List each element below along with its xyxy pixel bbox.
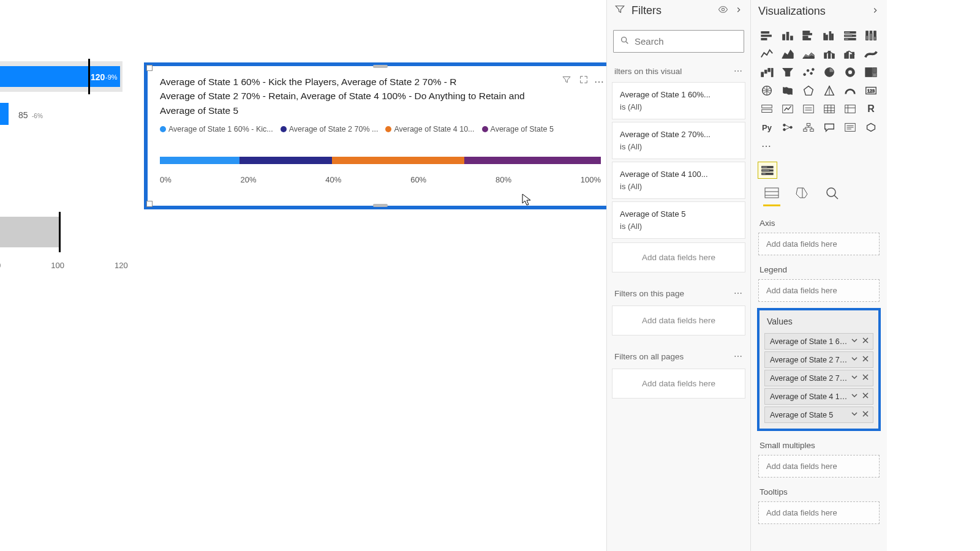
value-field-pill[interactable]: Average of State 5 bbox=[764, 407, 873, 423]
viz-key-influencers-icon[interactable] bbox=[779, 119, 796, 135]
filter-card[interactable]: Average of State 5 is (All) bbox=[612, 201, 745, 239]
axis-dropzone[interactable]: Add data fields here bbox=[758, 233, 880, 255]
svg-rect-48 bbox=[873, 73, 876, 77]
filters-visual-dropzone[interactable]: Add data fields here bbox=[612, 242, 745, 272]
value-field-pill[interactable]: Average of State 2 70% bbox=[764, 370, 873, 386]
viz-more-icon[interactable]: ⋯ bbox=[758, 138, 775, 154]
remove-field-icon[interactable] bbox=[862, 373, 869, 383]
chevron-down-icon[interactable] bbox=[851, 373, 858, 383]
cursor-icon bbox=[522, 193, 532, 208]
svg-point-0 bbox=[722, 8, 724, 10]
viz-donut-icon[interactable] bbox=[842, 64, 859, 80]
tooltips-dropzone[interactable]: Add data fields here bbox=[758, 501, 880, 524]
filters-all-dropzone[interactable]: Add data fields here bbox=[612, 369, 745, 399]
viz-scatter-icon[interactable] bbox=[800, 64, 817, 80]
bg-bar-3 bbox=[0, 217, 60, 247]
remove-field-icon[interactable] bbox=[862, 337, 869, 346]
viz-stacked-column-icon[interactable] bbox=[779, 28, 796, 43]
collapse-pane-icon[interactable] bbox=[734, 4, 743, 17]
chevron-down-icon[interactable] bbox=[851, 337, 858, 346]
bg-axis: 0 100 120 bbox=[0, 261, 128, 270]
bg-bar-1-value: 120 bbox=[91, 72, 105, 82]
x-tick: 20% bbox=[241, 175, 257, 184]
viz-area-icon[interactable] bbox=[779, 46, 796, 62]
svg-rect-47 bbox=[873, 68, 876, 73]
section-more-icon[interactable]: ⋯ bbox=[734, 288, 743, 298]
visual-more-icon[interactable]: ⋯ bbox=[594, 76, 605, 88]
viz-python-icon[interactable]: Py bbox=[758, 119, 775, 135]
viz-qa-icon[interactable] bbox=[821, 119, 838, 135]
svg-point-60 bbox=[790, 126, 793, 129]
viz-decomposition-tree-icon[interactable] bbox=[800, 119, 817, 135]
value-field-pill[interactable]: Average of State 4 100% bbox=[764, 388, 873, 405]
collapse-viz-pane-icon[interactable] bbox=[871, 5, 880, 18]
viz-ribbon-icon[interactable] bbox=[862, 46, 880, 62]
viz-map-icon[interactable] bbox=[758, 83, 775, 99]
legend-dot bbox=[281, 126, 287, 132]
viz-stacked-area-icon[interactable] bbox=[800, 46, 817, 62]
viz-selected-100-stacked-bar-icon[interactable] bbox=[758, 162, 777, 178]
analytics-tab-icon[interactable] bbox=[824, 186, 842, 206]
viz-slicer-icon[interactable] bbox=[800, 101, 817, 117]
remove-field-icon[interactable] bbox=[862, 392, 869, 401]
filter-card[interactable]: Average of State 4 100... is (All) bbox=[612, 162, 745, 199]
chevron-down-icon[interactable] bbox=[851, 410, 858, 419]
filters-search[interactable] bbox=[613, 30, 744, 53]
viz-smart-narrative-icon[interactable] bbox=[842, 119, 859, 135]
viz-pie-icon[interactable] bbox=[821, 64, 838, 80]
viz-r-script-icon[interactable]: R bbox=[862, 101, 880, 117]
resize-handle-bottom[interactable] bbox=[373, 204, 388, 207]
fields-tab-icon[interactable] bbox=[763, 186, 780, 206]
svg-rect-36 bbox=[764, 70, 767, 73]
viz-line-clustered-column-icon[interactable] bbox=[842, 46, 859, 62]
resize-handle-bl[interactable] bbox=[146, 201, 153, 207]
filters-page-dropzone[interactable]: Add data fields here bbox=[612, 305, 745, 335]
search-input[interactable] bbox=[635, 36, 751, 47]
viz-multi-row-card-icon[interactable] bbox=[758, 101, 775, 117]
viz-card-icon[interactable]: 123 bbox=[862, 83, 880, 99]
eye-icon[interactable] bbox=[718, 4, 728, 18]
bar-segment-2 bbox=[239, 157, 332, 164]
filter-card[interactable]: Average of State 1 60%... is (All) bbox=[612, 82, 745, 119]
viz-clustered-column-icon[interactable] bbox=[821, 28, 838, 43]
viz-shape-map-icon[interactable] bbox=[800, 83, 817, 99]
section-more-icon[interactable]: ⋯ bbox=[734, 66, 743, 76]
svg-rect-13 bbox=[826, 35, 828, 40]
format-tab-icon[interactable] bbox=[794, 186, 811, 206]
filter-card[interactable]: Average of State 2 70%... is (All) bbox=[612, 122, 745, 159]
legend-label: Average of State 5 bbox=[491, 125, 554, 133]
viz-azure-map-icon[interactable] bbox=[821, 83, 838, 99]
svg-rect-53 bbox=[762, 110, 772, 113]
viz-line-icon[interactable] bbox=[758, 46, 775, 62]
remove-field-icon[interactable] bbox=[862, 355, 869, 364]
viz-table-icon[interactable] bbox=[821, 101, 838, 117]
selected-visual[interactable]: Average of State 1 60% - Kick the Player… bbox=[144, 62, 617, 209]
viz-100-stacked-column-icon[interactable] bbox=[862, 28, 880, 43]
focus-mode-icon[interactable] bbox=[579, 75, 589, 86]
resize-handle-tl[interactable] bbox=[146, 65, 153, 71]
small-multiples-dropzone[interactable]: Add data fields here bbox=[758, 455, 880, 478]
value-field-pill[interactable]: Average of State 2 70% bbox=[764, 351, 873, 368]
svg-rect-2 bbox=[761, 32, 769, 34]
viz-paginated-report-icon[interactable] bbox=[862, 119, 880, 135]
viz-matrix-icon[interactable] bbox=[842, 101, 859, 117]
filter-icon[interactable] bbox=[562, 75, 571, 86]
viz-treemap-icon[interactable] bbox=[862, 64, 880, 80]
viz-waterfall-icon[interactable] bbox=[758, 64, 775, 80]
svg-rect-38 bbox=[771, 69, 773, 77]
section-more-icon[interactable]: ⋯ bbox=[734, 351, 743, 361]
viz-clustered-bar-icon[interactable] bbox=[800, 28, 817, 43]
chart-legend: Average of State 1 60% - Kic... Average … bbox=[160, 125, 601, 133]
viz-line-stacked-column-icon[interactable] bbox=[821, 46, 838, 62]
viz-100-stacked-bar-icon[interactable] bbox=[842, 28, 859, 43]
value-field-pill[interactable]: Average of State 1 60% bbox=[764, 333, 873, 350]
viz-gauge-icon[interactable] bbox=[842, 83, 859, 99]
chevron-down-icon[interactable] bbox=[851, 392, 858, 401]
viz-stacked-bar-icon[interactable] bbox=[758, 28, 775, 43]
viz-filled-map-icon[interactable] bbox=[779, 83, 796, 99]
viz-kpi-icon[interactable] bbox=[779, 101, 796, 117]
chevron-down-icon[interactable] bbox=[851, 355, 858, 364]
remove-field-icon[interactable] bbox=[862, 410, 869, 419]
legend-dropzone[interactable]: Add data fields here bbox=[758, 279, 880, 302]
viz-funnel-icon[interactable] bbox=[779, 64, 796, 80]
